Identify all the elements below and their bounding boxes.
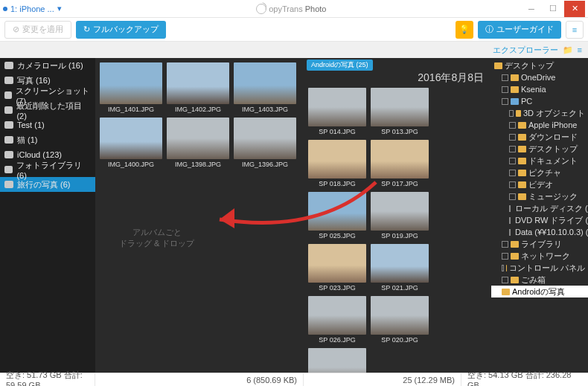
tree-row[interactable]: デスクトップ [491,143,588,155]
thumbnail-image [308,88,366,126]
thumbnail-caption: SP 019.JPG [381,232,418,239]
sidebar-item[interactable]: 最近削除した項目 (2) [0,103,95,118]
tree-row[interactable]: ライブラリ [491,238,588,250]
checkbox[interactable] [502,241,508,248]
sidebar-item-label: 写真 (16) [17,75,51,86]
tree-row[interactable]: OneDrive [491,71,588,83]
sidebar-item[interactable]: カメラロール (16) [0,58,95,73]
thumbnail[interactable]: SP 025.JPG [308,192,366,239]
thumbnail[interactable]: SP 020.JPG [371,296,429,344]
left-thumbnail-grid[interactable]: IMG_1401.JPGIMG_1402.JPGIMG_1403.JPGIMG_… [95,58,304,373]
thumbnail[interactable]: IMG_1402.JPG [167,62,229,113]
folder-icon[interactable]: 📁 [563,45,573,55]
tip-button[interactable]: 💡 [456,21,473,39]
statusbar: 空き: 51.73 GB 合計: 59.59 GB 6 (850.69 KB) … [0,373,588,386]
thumbnail[interactable]: IMG_1396.JPG [234,118,296,168]
tree-label: ミュージック [528,191,578,202]
thumbnail[interactable]: IMG_1400.JPG [100,118,162,168]
checkbox[interactable] [509,158,516,164]
tree-label: ごみ箱 [521,274,546,286]
menu-icon[interactable]: ≡ [578,45,582,54]
tree-row[interactable]: Androidの写真 [491,286,588,297]
thumbnail-caption: IMG_1396.JPG [242,161,288,168]
device-selector[interactable]: 1: iPhone ... ▾ [3,4,62,13]
checkbox[interactable] [509,134,516,141]
thumbnail[interactable]: SP 026.JPG [308,296,366,344]
tree-row[interactable]: デスクトップ [491,59,588,71]
thumbnail[interactable]: SP 018.JPG [308,140,366,187]
album-sidebar[interactable]: カメラロール (16)写真 (16)スクリーンショット (7)最近削除した項目 … [0,58,95,373]
thumbnail[interactable]: SP 013.JPG [371,88,429,135]
tree-row[interactable]: ミュージック [491,190,588,202]
full-backup-button[interactable]: ↻ フルバックアップ [76,21,166,39]
tree-row[interactable]: ダウンロード [491,131,588,143]
tree-row[interactable]: ネットワーク [491,250,588,262]
thumbnail[interactable]: SP 017.JPG [371,140,429,187]
tree-row[interactable]: ごみ箱 [491,274,588,286]
checkbox[interactable] [509,193,516,200]
tree-row[interactable]: Apple iPhone [491,119,588,131]
tree-row[interactable]: コントロール パネル [491,262,588,274]
checkbox[interactable] [502,86,508,93]
checkbox[interactable] [509,110,514,117]
tree-label: ライブラリ [521,239,562,250]
sidebar-item[interactable]: フォトライブラリ (6) [0,162,95,177]
folder-tree[interactable]: デスクトップOneDriveKseniaPC3D オブジェクトApple iPh… [491,58,588,373]
thumbnail[interactable]: SP 021.JPG [371,244,429,292]
tree-row[interactable]: DVD RW ドライブ (D:) [491,214,588,226]
thumbnail[interactable]: SP 014.JPG [308,88,366,135]
tree-row[interactable]: PC [491,95,588,107]
folder-icon [518,158,526,164]
status-left-sel: 6 (850.69 KB) [95,373,304,387]
checkbox[interactable] [502,253,508,260]
thumbnail-caption: SP 021.JPG [381,284,418,292]
checkbox[interactable] [509,122,516,129]
checkbox[interactable] [509,146,516,152]
tree-row[interactable]: ローカル ディスク (C:) [491,202,588,214]
sidebar-item[interactable]: 猫 (1) [0,132,95,147]
minimize-button[interactable]: ─ [521,1,542,17]
status-right-free: 空き: 54.13 GB 合計: 236.28 GB [461,373,588,387]
thumbnail[interactable]: IMG_1403.JPG [234,62,296,113]
folder-icon [518,170,526,176]
menu-button[interactable]: ≡ [566,21,584,39]
thumbnail[interactable]: SP 022.JPG [308,348,366,373]
thumbnail-image [371,88,429,126]
thumbnail-caption: IMG_1403.JPG [242,106,288,113]
checkbox[interactable] [509,217,511,224]
close-button[interactable]: ✕ [564,1,585,17]
user-guide-button[interactable]: ⓘ ユーザーガイド [478,21,561,39]
mid-panel[interactable]: Androidの写真 (25) 2016年8月8日SP 014.JPGSP 01… [304,58,491,373]
checkbox[interactable] [509,170,516,176]
checkbox[interactable] [502,265,504,271]
thumbnail[interactable]: SP 019.JPG [371,192,429,239]
checkbox[interactable] [509,229,511,236]
status-mid-sel: 25 (12.29 MB) [304,373,461,387]
tree-row[interactable]: Data (¥¥10.10.0.3) (Z:) [491,226,588,238]
thumbnail[interactable]: IMG_1401.JPG [100,62,162,113]
album-icon [4,166,13,173]
tree-row[interactable]: ドキュメント [491,155,588,167]
apply-changes-button[interactable]: ⊘ 変更を適用 [4,21,71,39]
explorer-label[interactable]: エクスプローラー [493,45,558,56]
sidebar-item-label: Test (1) [17,120,45,129]
tree-row[interactable]: 3D オブジェクト [491,107,588,119]
thumbnail-caption: SP 014.JPG [319,128,355,135]
checkbox[interactable] [509,181,516,188]
checkbox[interactable] [502,98,508,105]
tree-row[interactable]: ビデオ [491,178,588,190]
main-area: カメラロール (16)写真 (16)スクリーンショット (7)最近削除した項目 … [0,58,588,373]
thumbnail[interactable]: SP 023.JPG [308,244,366,292]
album-icon [4,136,13,144]
tree-row[interactable]: ピクチャ [491,167,588,178]
checkbox[interactable] [509,205,511,212]
source-tag[interactable]: Androidの写真 (25) [307,59,373,71]
maximize-button[interactable]: ☐ [543,1,563,17]
thumbnail-caption: IMG_1401.JPG [108,106,154,113]
titlebar: 1: iPhone ... ▾ opyTrans Photo ─ ☐ ✕ [0,0,588,18]
checkbox[interactable] [502,74,508,81]
thumbnail-group: SP 014.JPGSP 013.JPGSP 018.JPGSP 017.JPG… [304,86,491,373]
tree-row[interactable]: Ksenia [491,83,588,95]
thumbnail[interactable]: IMG_1398.JPG [167,118,229,168]
checkbox[interactable] [502,277,508,283]
